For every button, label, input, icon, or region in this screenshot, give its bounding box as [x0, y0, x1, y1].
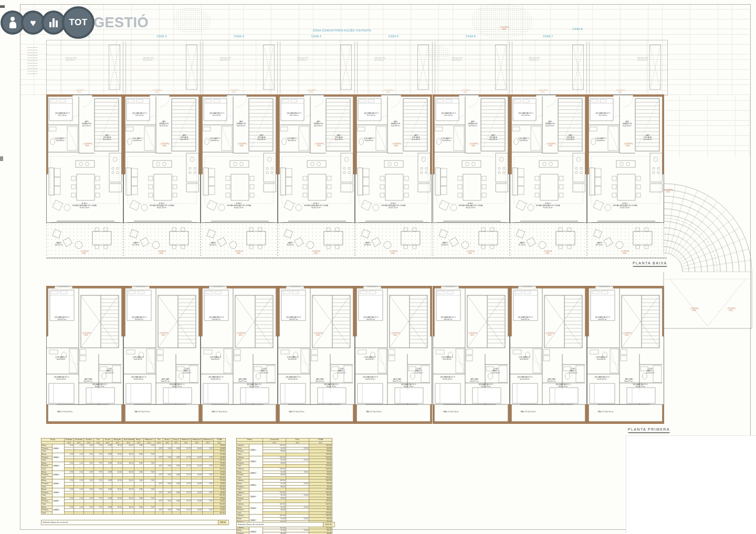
- room-label-bedroom1-line: S=7.09 m²: [596, 114, 611, 116]
- first-floor-stamp-num: 1876: [622, 334, 632, 336]
- ground-unit: (H) HABITACIÓ 1S=7.09 m²(AP)REBEDORS=5.9…: [433, 94, 510, 223]
- room-label-bedroom3-line: S=10.09 m²: [518, 378, 532, 380]
- room-label-hall-line: S=5.95 m²: [236, 125, 246, 127]
- built-area-table-cell: Primera: [237, 532, 249, 534]
- rooms-area-table-cell: Total: [41, 511, 52, 515]
- rooms-area-table-cell: [112, 511, 123, 515]
- planter-box: [340, 45, 352, 90]
- vegetation-speckle: [471, 3, 533, 39]
- patio-label: PATI ACCÉSS=21.85 m²: [297, 57, 308, 62]
- room-label-pas-line: S=4.97 m²: [238, 380, 247, 382]
- room-label-living: E-M-CESTAR-MENJADOR-CUINAS=32.14 m²: [72, 202, 96, 209]
- garden-label: JARDÍ31.78 m²: [132, 242, 140, 246]
- sym-primera-drawing: [278, 286, 355, 424]
- room-label-bedroom3-line: S=10.09 m²: [54, 378, 69, 380]
- room-label-pas: (AP) PASS=4.97 m²: [547, 378, 556, 382]
- room-label-stairs: (AP)ESCALAS=4.38 m²: [643, 134, 652, 141]
- sym-primera-drawing: [510, 286, 587, 424]
- rooms-area-table-cell: Total habitable: [123, 439, 134, 442]
- ground-unit-stamp: ←(C/020/Pa)1876: [468, 143, 479, 147]
- room-label-bedroom4: (H) HABITACIÓ 4S=9.87 m²: [518, 316, 533, 321]
- room-label-bedroom2-line: S=11.79 m²: [401, 386, 416, 388]
- first-floor-unit: (H) HABITACIÓ 4S=9.87 m²←(L/315/Pa)1876(…: [278, 286, 355, 424]
- cornice-stamp-num: 1876: [151, 91, 162, 93]
- rooms-area-table-cell: [203, 511, 214, 515]
- room-label-bath3-line: S=3.84 m²: [442, 358, 453, 360]
- room-label-bedroom4: (H) HABITACIÓ 4S=9.87 m²: [55, 316, 69, 321]
- room-label-bath2-line: S=3.50 m²: [337, 372, 346, 374]
- garden-label-line: 30.84 m²: [364, 244, 371, 246]
- room-label-bath3-line: S=3.84 m²: [287, 358, 298, 360]
- room-label-bath2-line: S=3.50 m²: [569, 372, 578, 374]
- room-label-stairs: (AP)ESCALAS=4.38 m²: [566, 134, 575, 141]
- rooms-area-table-cell: Habitació 1: [143, 439, 155, 442]
- room-label-living-line: S=32.14 m²: [150, 207, 173, 209]
- ground-unit-stamp-num: 1876: [313, 145, 324, 147]
- room-label-bedroom2: (H) HABITACIÓ 2S=11.79 m²: [633, 383, 648, 388]
- first-floor-unit: (H) HABITACIÓ 4S=9.87 m²←(L/315/Pa)1876(…: [355, 286, 432, 424]
- room-label-bath3-line: S=3.84 m²: [364, 358, 375, 360]
- rooms-footer-label: Subtotals (Espai de circulació): [43, 520, 68, 525]
- room-label-hall: (AP)REBEDORS=5.95 m²: [391, 121, 401, 127]
- sym-primera-drawing: [123, 286, 201, 424]
- tot-badge-icon: TOT: [62, 6, 94, 39]
- casa-label: CASA 6: [466, 35, 476, 38]
- cornice-stamp: ←(C/022/Pa)1876: [74, 89, 85, 93]
- room-label-living-line: S=32.14 m²: [382, 207, 405, 209]
- rooms-area-table-cell: CASA 5: [52, 479, 64, 488]
- ground-unit-stamp: ←(C/020/Pa)1876: [82, 143, 92, 147]
- room-label-bedroom4-line: S=9.87 m²: [55, 318, 69, 321]
- room-label-bath3-line: S=3.84 m²: [596, 358, 607, 360]
- patio-label: PATI ACCÉSS=132.06 m²: [637, 57, 648, 62]
- room-label-hall-line: S=5.95 m²: [623, 125, 632, 127]
- room-label-bath1: (CH) BANY 1S=3.80 m²: [209, 137, 220, 142]
- rooms-area-table-cell: [192, 511, 203, 515]
- ground-unit: (H) HABITACIÓ 1S=7.09 m²(AP)REBEDORS=5.9…: [587, 94, 664, 223]
- ground-unit-stamp: ←(C/020/Pa)1876: [313, 143, 324, 147]
- room-label-bedroom2: (H) HABITACIÓ 2S=11.79 m²: [324, 383, 339, 388]
- room-label-bedroom4-line: S=9.87 m²: [363, 318, 378, 321]
- rooms-area-table-cell: [172, 511, 181, 515]
- room-label-pas-line: S=4.97 m²: [624, 380, 633, 382]
- room-label-pas: (AP) PASS=4.97 m²: [238, 378, 247, 382]
- ground-unit: (H) HABITACIÓ 1S=7.09 m²(AP)REBEDORS=5.9…: [510, 94, 587, 223]
- room-label-balcony: BALCÓ S=2.20 m²: [289, 411, 304, 413]
- casa-label: CASA 4: [311, 35, 321, 38]
- garden-label-line: 30.44 m²: [209, 244, 217, 246]
- room-label-hall: (AP)REBEDORS=5.95 m²: [623, 121, 632, 127]
- room-label-bedroom3-line: S=10.09 m²: [363, 378, 377, 380]
- room-label-balcony: BALCÓ S=2.20 m²: [444, 411, 459, 413]
- first-floor-stamp-num: 1876: [544, 334, 554, 336]
- room-label-hall-line: S=5.95 m²: [313, 125, 323, 127]
- patio-divider: [277, 41, 280, 94]
- patio-divider: [123, 41, 126, 94]
- room-label-stairs-line: S=4.38 m²: [103, 138, 112, 141]
- room-label-stairs-line: S=4.38 m²: [412, 138, 421, 141]
- room-label-stairs-line: S=4.38 m²: [566, 138, 575, 141]
- room-label-bedroom1: (H) HABITACIÓ 1S=7.09 m²: [519, 112, 533, 116]
- first-floor-unit: (H) HABITACIÓ 4S=9.87 m²←(L/315/Pa)1876(…: [510, 286, 587, 424]
- room-label-stairs-line: S=4.38 m²: [643, 138, 652, 141]
- cornice-stamp-num: 1876: [74, 91, 85, 93]
- room-label-bath3: (CH) BANY 3S=3.84 m²: [287, 356, 298, 360]
- room-label-hall: (AP)REBEDORS=5.95 m²: [313, 121, 323, 127]
- garden-stamp-num: 1876: [620, 252, 629, 254]
- room-label-balcony: BALCÓ S=2.20 m²: [521, 411, 537, 413]
- room-label-balcony-line: BALCÓ S=2.20 m²: [444, 411, 459, 413]
- first-floor-unit: (H) HABITACIÓ 4S=9.87 m²←(L/315/Pa)1876(…: [201, 286, 278, 424]
- rooms-area-table-cell: [181, 511, 192, 515]
- room-label-bath2-line: S=3.50 m²: [414, 372, 423, 374]
- room-label-stairs: (AP)ESCALAS=4.38 m²: [412, 134, 421, 141]
- room-label-bath2: (CH)BANY 2S=3.50 m²: [183, 368, 192, 375]
- rooms-area-table-cell: [84, 511, 94, 515]
- room-label-stairs-line: S=4.38 m²: [257, 138, 266, 141]
- room-label-bedroom4-line: S=9.87 m²: [132, 318, 146, 321]
- room-label-bedroom4-line: S=9.87 m²: [595, 318, 610, 321]
- room-label-living: E-M-CESTAR-MENJADOR-CUINAS=32.14 m²: [227, 202, 250, 209]
- rooms-area-table-cell: [103, 511, 112, 515]
- garden-cell: JARDÍ31.78 m²←(C/02/Ja)1876: [123, 223, 201, 257]
- room-label-hall: (AP)REBEDORS=5.95 m²: [545, 121, 555, 127]
- rooms-area-table-cell: [143, 511, 155, 515]
- first-floor-unit: (H) HABITACIÓ 4S=9.87 m²←(L/315/Pa)1876(…: [123, 286, 201, 424]
- room-label-bedroom4-line: S=9.87 m²: [440, 318, 455, 321]
